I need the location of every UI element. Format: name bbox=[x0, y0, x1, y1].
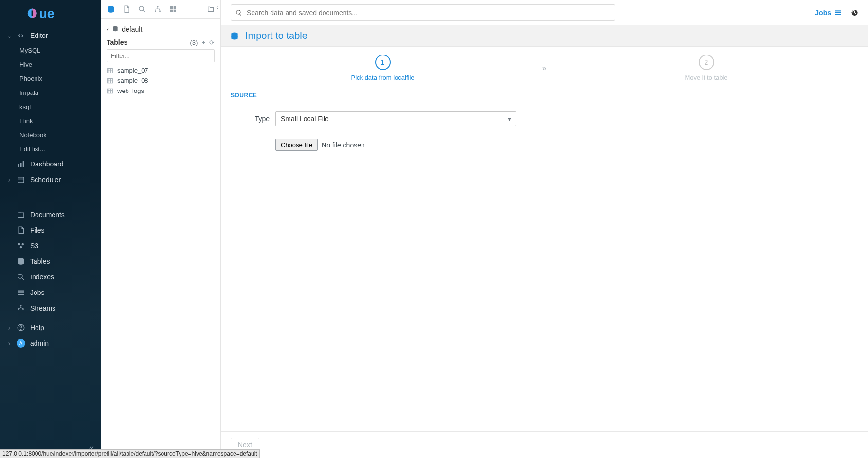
history-icon[interactable] bbox=[850, 9, 858, 17]
nav-indexes-label: Indexes bbox=[30, 273, 54, 281]
svg-rect-16 bbox=[18, 294, 24, 295]
caret-right-icon: › bbox=[7, 324, 12, 331]
nav-admin[interactable]: › A admin bbox=[0, 335, 101, 351]
step-label: Move it to table bbox=[685, 74, 727, 81]
avatar-icon: A bbox=[17, 339, 25, 348]
chevrons-right-icon: » bbox=[535, 64, 554, 73]
table-item[interactable]: web_logs bbox=[107, 86, 215, 96]
nav-scheduler[interactable]: › Scheduler bbox=[0, 172, 101, 187]
nav-editor-hive[interactable]: Hive bbox=[0, 57, 101, 72]
assist-folder-icon[interactable] bbox=[207, 5, 215, 13]
nav-s3-label: S3 bbox=[30, 242, 38, 250]
svg-point-26 bbox=[155, 10, 156, 12]
filter-input[interactable] bbox=[107, 49, 215, 62]
nav-editor-phoenix[interactable]: Phoenix bbox=[0, 72, 101, 86]
svg-point-21 bbox=[20, 329, 21, 330]
assist-files-icon[interactable] bbox=[122, 5, 131, 14]
no-file-text: No file chosen bbox=[322, 141, 365, 149]
documents-icon bbox=[17, 210, 25, 219]
nav-documents[interactable]: Documents bbox=[0, 207, 101, 222]
assist-db-icon[interactable] bbox=[107, 5, 115, 14]
help-icon bbox=[17, 323, 25, 332]
indexes-icon bbox=[17, 273, 25, 281]
nav-tables-label: Tables bbox=[30, 257, 50, 265]
s3-icon bbox=[17, 241, 25, 250]
nav-jobs-label: Jobs bbox=[30, 289, 45, 296]
choose-file-button[interactable]: Choose file bbox=[275, 139, 318, 151]
nav-admin-label: admin bbox=[30, 339, 49, 347]
assist-hierarchy-icon[interactable] bbox=[153, 5, 162, 14]
database-icon bbox=[230, 31, 239, 41]
nav-dashboard[interactable]: Dashboard bbox=[0, 156, 101, 172]
section-source-title: SOURCE bbox=[231, 92, 858, 99]
back-icon[interactable]: ‹ bbox=[107, 25, 109, 34]
db-icon bbox=[112, 25, 119, 34]
svg-rect-46 bbox=[835, 12, 841, 13]
assist-collapse-icon[interactable]: ‹ bbox=[216, 3, 218, 11]
nav-dashboard-label: Dashboard bbox=[30, 160, 64, 168]
page-header: Import to table bbox=[221, 25, 868, 47]
nav-s3[interactable]: S3 bbox=[0, 238, 101, 254]
nav-editor-mysql[interactable]: MySQL bbox=[0, 43, 101, 57]
svg-rect-37 bbox=[108, 78, 113, 83]
files-icon bbox=[17, 226, 25, 235]
svg-point-12 bbox=[18, 274, 22, 278]
nav-files[interactable]: Files bbox=[0, 222, 101, 238]
svg-rect-29 bbox=[174, 6, 176, 9]
type-select[interactable]: Small Local File ▾ bbox=[275, 111, 516, 126]
nav-editor-impala[interactable]: Impala bbox=[0, 86, 101, 100]
step-number: 1 bbox=[375, 55, 391, 70]
svg-rect-14 bbox=[18, 291, 24, 292]
nav-editor-ksql[interactable]: ksql bbox=[0, 100, 101, 114]
nav-jobs[interactable]: Jobs bbox=[0, 285, 101, 300]
nav-streams-label: Streams bbox=[30, 304, 55, 312]
assist-search-icon[interactable] bbox=[138, 5, 146, 14]
wizard-step-2[interactable]: 2 Move it to table bbox=[554, 55, 858, 81]
add-table-icon[interactable]: + bbox=[201, 39, 205, 46]
nav-documents-label: Documents bbox=[30, 211, 65, 219]
caret-right-icon: › bbox=[7, 339, 12, 347]
table-icon bbox=[107, 88, 113, 94]
nav-scheduler-label: Scheduler bbox=[30, 176, 61, 183]
svg-point-17 bbox=[20, 305, 22, 306]
caret-down-icon: ⌄ bbox=[7, 32, 12, 39]
wizard-step-1[interactable]: 1 Pick data from localfile bbox=[231, 55, 535, 81]
nav-editor-editlist[interactable]: Edit list... bbox=[0, 142, 101, 156]
nav-editor-flink[interactable]: Flink bbox=[0, 114, 101, 128]
svg-rect-33 bbox=[108, 68, 113, 73]
jobs-link-label: Jobs bbox=[815, 9, 831, 17]
svg-rect-5 bbox=[23, 161, 24, 167]
jobs-link[interactable]: Jobs bbox=[815, 9, 842, 17]
step-label: Pick data from localfile bbox=[351, 74, 414, 81]
step-number: 2 bbox=[699, 55, 714, 70]
table-item[interactable]: sample_08 bbox=[107, 75, 215, 86]
assist-panel: ‹ bbox=[101, 0, 221, 458]
dashboard-icon bbox=[17, 160, 25, 168]
nav-help-label: Help bbox=[30, 324, 44, 331]
nav-tables[interactable]: Tables bbox=[0, 254, 101, 269]
page-title: Import to table bbox=[245, 30, 307, 41]
nav-streams[interactable]: Streams bbox=[0, 300, 101, 316]
table-item[interactable]: sample_07 bbox=[107, 65, 215, 75]
caret-right-icon: › bbox=[7, 176, 12, 183]
svg-rect-30 bbox=[170, 10, 173, 12]
nav-editor-notebook[interactable]: Notebook bbox=[0, 128, 101, 142]
brand-logo[interactable]: ue bbox=[0, 0, 101, 26]
tables-icon bbox=[17, 257, 25, 266]
table-icon bbox=[107, 67, 113, 74]
refresh-icon[interactable]: ⟳ bbox=[209, 39, 215, 46]
caret-down-icon: ▾ bbox=[508, 115, 511, 123]
nav-editor[interactable]: ⌄ Editor bbox=[0, 28, 101, 43]
svg-line-13 bbox=[22, 278, 24, 280]
scheduler-icon bbox=[17, 175, 25, 184]
table-icon bbox=[107, 77, 113, 84]
nav-editor-label: Editor bbox=[30, 32, 48, 39]
nav-indexes[interactable]: Indexes bbox=[0, 269, 101, 285]
svg-point-27 bbox=[159, 10, 161, 12]
tables-count: (3) bbox=[190, 39, 198, 46]
search-input[interactable] bbox=[231, 4, 615, 21]
assist-breadcrumb[interactable]: ‹ default bbox=[107, 23, 215, 36]
assist-grid-icon[interactable] bbox=[169, 5, 178, 14]
nav-help[interactable]: › Help bbox=[0, 320, 101, 335]
type-select-value: Small Local File bbox=[275, 111, 516, 126]
